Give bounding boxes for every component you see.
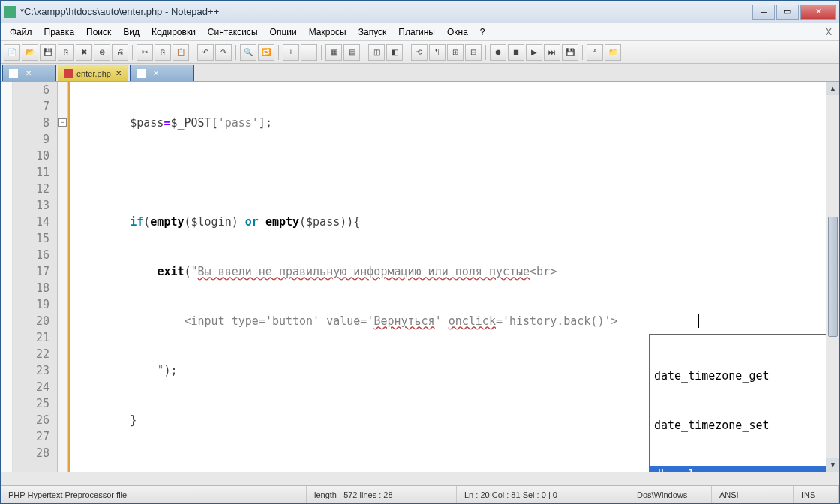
toolbar-icon[interactable]: ⊟ [465,44,482,61]
t: ( [299,215,306,229]
zoom-out-icon[interactable]: − [301,44,317,61]
vertical-scrollbar[interactable]: ▲ ▼ [826,82,839,472]
separator [193,45,194,60]
tab-enter-php[interactable]: enter.php ✕ [58,64,128,81]
bookmark-margin[interactable] [1,82,13,472]
toolbar-icon[interactable]: ⏭ [544,44,560,61]
status-position: Ln : 20 Col : 81 Sel : 0 | 0 [457,486,629,503]
toolbar-icon[interactable]: ¶ [429,44,446,61]
separator [132,45,133,60]
app-window: *C:\xampp\htdocs\auto\enter.php - Notepa… [0,0,840,504]
status-eol: Dos\Windows [629,486,712,503]
save-all-icon[interactable]: ⎘ [58,44,74,61]
close-all-icon[interactable]: ⊗ [94,44,110,61]
fold-collapse-icon[interactable]: − [58,118,67,127]
menu-help[interactable]: ? [474,25,491,40]
paste-icon[interactable]: 📋 [172,44,189,61]
menu-file[interactable]: Файл [4,25,38,40]
find-icon[interactable]: 🔍 [240,44,256,61]
t: ] [259,116,266,130]
toolbar-icon[interactable]: ▤ [344,44,360,61]
scroll-thumb[interactable] [828,217,838,337]
play-icon[interactable]: ▶ [526,44,542,61]
separator [236,45,236,60]
menubar: Файл Правка Поиск Вид Кодировки Синтакси… [1,23,839,41]
status-filetype: PHP Hypertext Preprocessor file [1,486,307,503]
window-title: *C:\xampp\htdocs\auto\enter.php - Notepa… [20,6,752,17]
close-tab-icon[interactable]: ✕ [26,69,32,77]
t: value= [320,314,367,328]
text-cursor [698,314,699,328]
autocomplete-popup[interactable]: date_timezone_get date_timezone_set dba_… [649,334,826,472]
close-button[interactable]: ✕ [800,4,836,20]
code-area[interactable]: $pass=$_POST['pass']; if(empty($login) o… [70,82,826,472]
menu-run[interactable]: Запуск [352,25,393,40]
scroll-up-icon[interactable]: ▲ [826,82,839,95]
t: <input type= [184,314,266,328]
close-file-icon[interactable]: ✖ [76,44,92,61]
horizontal-scrollbar[interactable] [1,472,839,485]
new-file-icon[interactable]: 📄 [4,44,20,61]
t [259,215,266,229]
zoom-in-icon[interactable]: + [283,44,299,61]
autocomplete-item[interactable]: date_timezone_set [650,417,826,434]
t [76,364,157,377]
editor[interactable]: 6789101112131415161718192021222324252627… [1,82,839,472]
toolbar-icon[interactable]: 💾 [562,44,578,61]
t: " [191,265,198,278]
menu-view[interactable]: Вид [117,25,146,40]
autocomplete-item[interactable]: date_timezone_get [650,368,826,384]
stop-icon[interactable]: ⏹ [508,44,524,61]
menu-plugins[interactable]: Плагины [392,25,441,40]
t: or [245,215,259,229]
t: ( [184,265,191,278]
app-icon [4,6,16,18]
record-icon[interactable]: ⏺ [490,44,506,61]
tab-1[interactable]: ✕ [2,64,56,81]
file-icon [64,69,74,78]
menu-encoding[interactable]: Кодировки [146,25,202,40]
save-icon[interactable]: 💾 [40,44,56,61]
close-tab-icon[interactable]: ✕ [116,69,122,77]
t: = [496,314,502,328]
wordwrap-icon[interactable]: ⟲ [411,44,428,61]
replace-icon[interactable]: 🔁 [258,44,274,61]
menu-windows[interactable]: Окна [441,25,474,40]
titlebar[interactable]: *C:\xampp\htdocs\auto\enter.php - Notepa… [1,1,839,23]
tab-3[interactable]: ✕ [130,64,194,81]
menu-syntax[interactable]: Синтаксисы [202,25,264,40]
separator [406,45,407,60]
close-tab-icon[interactable]: ✕ [153,69,159,77]
t: <br> [530,265,556,278]
print-icon[interactable]: 🖨 [112,44,128,61]
open-file-icon[interactable]: 📂 [22,44,38,61]
toolbar-icon[interactable]: 📁 [604,44,621,61]
file-icon [136,69,146,78]
t: $pass [130,116,164,130]
separator [321,45,322,60]
fold-margin[interactable]: − [58,82,68,472]
copy-icon[interactable]: ⎘ [154,44,171,61]
menu-close-x[interactable]: X [821,27,836,38]
spellcheck-icon[interactable]: ᴬ [586,44,603,61]
menu-macros[interactable]: Макросы [303,25,352,40]
redo-icon[interactable]: ↷ [215,44,232,61]
line-numbers[interactable]: 6789101112131415161718192021222324252627… [13,82,58,472]
minimize-button[interactable]: ─ [752,4,775,20]
toolbar-icon[interactable]: ◧ [386,44,403,61]
menu-options[interactable]: Опции [264,25,303,40]
t [76,314,184,328]
toolbar-icon[interactable]: ◫ [368,44,385,61]
maximize-button[interactable]: ▭ [776,4,799,20]
undo-icon[interactable]: ↶ [197,44,214,61]
cut-icon[interactable]: ✂ [136,44,153,61]
menu-search[interactable]: Поиск [80,25,117,40]
t: if [130,215,143,229]
t: 'pass' [218,116,259,130]
t [76,413,130,427]
autocomplete-item-selected[interactable]: dba_close [650,466,826,472]
toolbar-icon[interactable]: ⊞ [447,44,464,61]
scroll-down-icon[interactable]: ▼ [826,458,839,472]
menu-edit[interactable]: Правка [38,25,81,40]
toolbar-icon[interactable]: ▦ [326,44,342,61]
